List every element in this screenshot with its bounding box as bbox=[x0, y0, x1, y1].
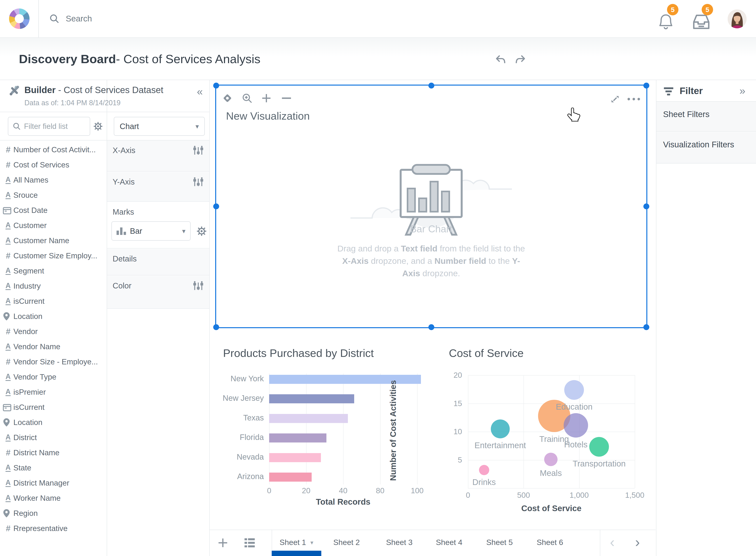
bar-mark-texas[interactable] bbox=[269, 414, 348, 423]
avatar-photo bbox=[728, 9, 747, 28]
field-item-district-name[interactable]: #District Name bbox=[0, 445, 106, 460]
dropzone-x-axis[interactable]: X-Axis bbox=[107, 140, 209, 172]
field-item-cost-of-services[interactable]: #Cost of Services bbox=[0, 157, 106, 172]
bar-mark-arizona[interactable] bbox=[269, 473, 311, 482]
text-field-icon: A bbox=[5, 237, 11, 245]
field-item-vendor-size-employe[interactable]: #Vendor Size - Employe... bbox=[0, 354, 106, 369]
scroll-tabs-left-button[interactable]: ‹ bbox=[610, 534, 615, 550]
tab-sheet-5[interactable]: Sheet 5 bbox=[486, 533, 513, 551]
bubble-label-education: Education bbox=[531, 402, 617, 412]
field-item-cost-date[interactable]: Cost Date bbox=[0, 203, 106, 218]
color-options-icon[interactable] bbox=[193, 281, 204, 291]
field-item-vendor[interactable]: #Vendor bbox=[0, 324, 106, 339]
marks-gear-button[interactable] bbox=[196, 226, 207, 237]
field-item-iscurrent[interactable]: isCurrent bbox=[0, 399, 106, 415]
bar-mark-new-york[interactable] bbox=[269, 375, 421, 384]
field-item-worker-name[interactable]: AWorker Name bbox=[0, 490, 106, 506]
zoom-out-button[interactable] bbox=[282, 97, 291, 99]
field-item-segment[interactable]: ASegment bbox=[0, 263, 106, 278]
bubble-meals[interactable] bbox=[544, 453, 558, 466]
selection-handle[interactable] bbox=[428, 83, 434, 89]
field-item-srouce[interactable]: ASrouce bbox=[0, 187, 106, 203]
field-item-location[interactable]: Location bbox=[0, 309, 106, 324]
pan-tool-button[interactable] bbox=[222, 93, 233, 104]
field-item-vendor-name[interactable]: AVendor Name bbox=[0, 339, 106, 354]
bar-mark-nevada[interactable] bbox=[269, 453, 321, 462]
viz-type-select[interactable]: Chart ▾ bbox=[114, 117, 205, 136]
filter-section-visualization-filters[interactable]: Visualization Filters bbox=[656, 132, 756, 164]
field-item-district[interactable]: ADistrict bbox=[0, 430, 106, 445]
expand-filter-icon[interactable]: » bbox=[739, 85, 745, 96]
field-item-location[interactable]: Location bbox=[0, 415, 106, 430]
x-axis-options-icon[interactable] bbox=[193, 146, 204, 156]
scroll-tabs-right-button[interactable]: › bbox=[635, 534, 640, 550]
sheet-list-button[interactable] bbox=[244, 538, 255, 548]
bubble-drinks[interactable] bbox=[479, 465, 489, 475]
field-label: Cost Date bbox=[13, 206, 47, 215]
field-item-customer-size-employ[interactable]: #Customer Size Employ... bbox=[0, 248, 106, 263]
global-search[interactable]: Search bbox=[49, 0, 92, 37]
tab-sheet-2[interactable]: Sheet 2 bbox=[333, 533, 360, 551]
field-type-icon: A bbox=[0, 297, 13, 305]
redo-button[interactable] bbox=[514, 54, 526, 66]
field-label: Worker Name bbox=[13, 494, 61, 502]
field-item-number-of-cost-activit[interactable]: #Number of Cost Activit... bbox=[0, 142, 106, 157]
tab-sheet-1[interactable]: Sheet 1▾ bbox=[280, 533, 314, 551]
tab-menu-caret-icon[interactable]: ▾ bbox=[310, 539, 313, 546]
filter-section-label: Visualization Filters bbox=[663, 140, 734, 149]
field-item-district-manager[interactable]: ADistrict Manager bbox=[0, 475, 106, 490]
selection-handle[interactable] bbox=[644, 203, 649, 209]
bar-mark-new-jersey[interactable] bbox=[269, 394, 354, 403]
app-logo[interactable] bbox=[0, 0, 39, 37]
field-type-icon: # bbox=[0, 251, 13, 260]
selection-handle[interactable] bbox=[428, 324, 434, 330]
zoom-select-button[interactable] bbox=[241, 93, 253, 104]
field-item-state[interactable]: AState bbox=[0, 460, 106, 475]
field-item-rrepresentative[interactable]: #Rrepresentative bbox=[0, 521, 106, 536]
bar-mark-florida[interactable] bbox=[269, 433, 326, 443]
field-settings-gear-button[interactable] bbox=[93, 121, 103, 131]
number-field-icon: # bbox=[6, 327, 10, 336]
selection-handle[interactable] bbox=[644, 324, 649, 330]
selection-handle[interactable] bbox=[644, 83, 649, 89]
selection-handle[interactable] bbox=[213, 83, 219, 89]
bubble-education[interactable] bbox=[564, 380, 584, 400]
dropzone-y-axis[interactable]: Y-Axis bbox=[107, 172, 209, 202]
undo-button[interactable] bbox=[495, 54, 507, 66]
number-field-icon: # bbox=[6, 145, 10, 154]
field-item-all-names[interactable]: AAll Names bbox=[0, 172, 106, 187]
filter-panel-title: Filter bbox=[680, 85, 703, 96]
selection-handle[interactable] bbox=[213, 203, 219, 209]
avatar[interactable] bbox=[728, 9, 747, 28]
top-bar: Search 5 5 bbox=[0, 0, 756, 38]
field-item-iscurrent[interactable]: AisCurrent bbox=[0, 293, 106, 309]
tab-sheet-3[interactable]: Sheet 3 bbox=[386, 533, 413, 551]
field-item-vendor-type[interactable]: AVendor Type bbox=[0, 369, 106, 384]
field-item-customer[interactable]: ACustomer bbox=[0, 218, 106, 233]
zoom-in-button[interactable] bbox=[261, 93, 271, 103]
dropzone-details[interactable]: Details bbox=[107, 249, 209, 275]
viz-more-menu-button[interactable]: ••• bbox=[627, 94, 642, 104]
logo-ring-hole bbox=[15, 14, 24, 23]
tab-sheet-4[interactable]: Sheet 4 bbox=[436, 533, 462, 551]
bubble-entertainment[interactable] bbox=[491, 419, 510, 438]
expand-viz-button[interactable] bbox=[610, 94, 621, 105]
bubble-hotels[interactable] bbox=[564, 413, 588, 438]
marks-label: Marks bbox=[112, 208, 134, 216]
filter-field-list-input[interactable]: Filter field list bbox=[8, 117, 90, 136]
field-item-ispremier[interactable]: AisPremier bbox=[0, 384, 106, 399]
y-axis-options-icon[interactable] bbox=[193, 177, 204, 187]
filter-section-sheet-filters[interactable]: Sheet Filters bbox=[656, 102, 756, 132]
tab-sheet-6[interactable]: Sheet 6 bbox=[537, 533, 563, 551]
field-item-industry[interactable]: AIndustry bbox=[0, 278, 106, 293]
mark-type-select[interactable]: Bar ▾ bbox=[111, 221, 191, 241]
placeholder-bold-term: Number field bbox=[434, 256, 486, 266]
add-sheet-button[interactable] bbox=[218, 537, 228, 548]
field-item-customer-name[interactable]: ACustomer Name bbox=[0, 233, 106, 248]
field-item-region[interactable]: Region bbox=[0, 506, 106, 521]
dropzone-color[interactable]: Color bbox=[107, 276, 209, 309]
plus-icon bbox=[261, 93, 271, 103]
bubble-chart-x-tick: 1,500 bbox=[617, 491, 652, 499]
collapse-builder-icon[interactable]: « bbox=[197, 86, 203, 97]
selection-handle[interactable] bbox=[213, 324, 219, 330]
